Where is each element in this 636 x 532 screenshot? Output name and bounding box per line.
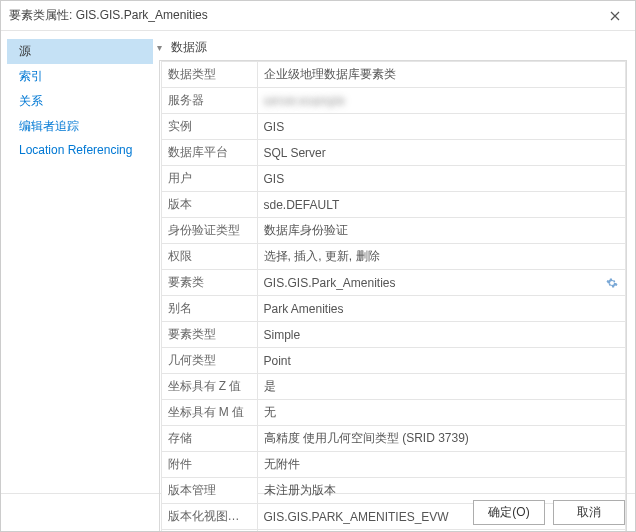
table-row: 别名Park Amenities — [161, 296, 625, 322]
prop-value: 是 — [257, 374, 625, 400]
prop-value: GIS — [257, 166, 625, 192]
prop-value: 高精度 使用几何空间类型 (SRID 3739) — [257, 426, 625, 452]
prop-key: 坐标具有 Z 值 — [161, 374, 257, 400]
prop-key: 实例 — [161, 114, 257, 140]
prop-key: 版本化视图名称 — [161, 504, 257, 530]
table-row: 数据类型企业级地理数据库要素类 — [161, 62, 625, 88]
prop-value-text: GIS.GIS.Park_Amenities — [264, 276, 396, 290]
window-title: 要素类属性: GIS.GIS.Park_Amenities — [9, 7, 208, 24]
nav-item-label: 索引 — [19, 69, 43, 83]
close-icon — [610, 11, 620, 21]
table-row: 实例GIS — [161, 114, 625, 140]
table-row: 附件无附件 — [161, 452, 625, 478]
nav-item-label: 编辑者追踪 — [19, 119, 79, 133]
dialog-body: 源 索引 关系 编辑者追踪 Location Referencing ▾ 数据源… — [1, 31, 635, 493]
prop-value: 企业级地理数据库要素类 — [257, 62, 625, 88]
prop-key: 用户 — [161, 166, 257, 192]
table-row: 几何类型Point — [161, 348, 625, 374]
nav-item-label: 关系 — [19, 94, 43, 108]
title-prefix: 要素类属性: — [9, 8, 72, 22]
nav-item-editor-tracking[interactable]: 编辑者追踪 — [7, 114, 153, 139]
prop-value: 数据库身份验证 — [257, 218, 625, 244]
prop-value: 选择, 插入, 更新, 删除 — [257, 244, 625, 270]
prop-value: Simple — [257, 322, 625, 348]
prop-key: 附件 — [161, 452, 257, 478]
prop-key: 要素类 — [161, 270, 257, 296]
title-name: GIS.GIS.Park_Amenities — [76, 8, 208, 22]
table-row: 权限选择, 插入, 更新, 删除 — [161, 244, 625, 270]
close-button[interactable] — [595, 1, 635, 31]
prop-key: 服务器 — [161, 88, 257, 114]
prop-value: Point — [257, 348, 625, 374]
table-row: 服务器server.example — [161, 88, 625, 114]
nav-item-label: 源 — [19, 44, 31, 58]
prop-value: 无 — [257, 400, 625, 426]
prop-key: 版本管理 — [161, 478, 257, 504]
prop-key: 权限 — [161, 244, 257, 270]
prop-value: SQL Server — [257, 140, 625, 166]
prop-key: 数据类型 — [161, 62, 257, 88]
prop-key: 版本 — [161, 192, 257, 218]
prop-key: 坐标具有 M 值 — [161, 400, 257, 426]
properties-panel: ▾ 数据源 数据类型企业级地理数据库要素类 服务器server.example … — [153, 37, 629, 493]
prop-value: GIS.GIS.Park_Amenities — [257, 270, 625, 296]
nav-item-relationship[interactable]: 关系 — [7, 89, 153, 114]
cancel-button[interactable]: 取消 — [553, 500, 625, 525]
table-row: 版本sde.DEFAULT — [161, 192, 625, 218]
prop-key: 要素类型 — [161, 322, 257, 348]
table-row: 用户GIS — [161, 166, 625, 192]
prop-value: sde.DEFAULT — [257, 192, 625, 218]
prop-value: GIS — [257, 114, 625, 140]
prop-key: 存储 — [161, 426, 257, 452]
properties-table: 数据类型企业级地理数据库要素类 服务器server.example 实例GIS … — [160, 61, 626, 532]
section-title: 数据源 — [171, 39, 207, 56]
nav-item-source[interactable]: 源 — [7, 39, 153, 64]
table-row: 存储高精度 使用几何空间类型 (SRID 3739) — [161, 426, 625, 452]
nav-panel: 源 索引 关系 编辑者追踪 Location Referencing — [7, 37, 153, 493]
table-row: 身份验证类型数据库身份验证 — [161, 218, 625, 244]
prop-key: 几何类型 — [161, 348, 257, 374]
titlebar: 要素类属性: GIS.GIS.Park_Amenities — [1, 1, 635, 31]
prop-value: server.example — [257, 88, 625, 114]
section-header[interactable]: ▾ 数据源 — [157, 37, 629, 60]
table-row: 数据库平台SQL Server — [161, 140, 625, 166]
prop-value: Park Amenities — [257, 296, 625, 322]
prop-key: 身份验证类型 — [161, 218, 257, 244]
table-row: 要素类GIS.GIS.Park_Amenities — [161, 270, 625, 296]
table-row: 坐标具有 Z 值是 — [161, 374, 625, 400]
table-row: 坐标具有 M 值无 — [161, 400, 625, 426]
nav-item-index[interactable]: 索引 — [7, 64, 153, 89]
table-row: 要素类型Simple — [161, 322, 625, 348]
ok-button[interactable]: 确定(O) — [473, 500, 545, 525]
gear-icon[interactable] — [605, 276, 619, 290]
chevron-down-icon: ▾ — [157, 42, 171, 53]
prop-key: 数据库平台 — [161, 140, 257, 166]
prop-key: 别名 — [161, 296, 257, 322]
nav-item-location-referencing[interactable]: Location Referencing — [7, 139, 153, 161]
prop-value: 无附件 — [257, 452, 625, 478]
nav-item-label: Location Referencing — [19, 143, 132, 157]
